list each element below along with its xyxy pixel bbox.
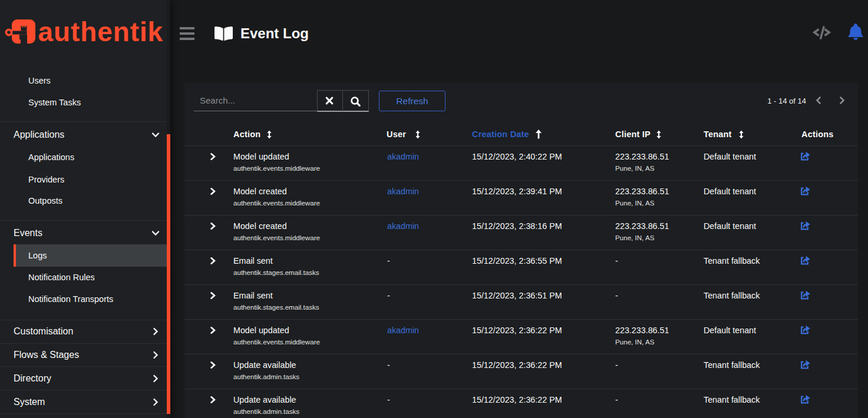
svg-text:authentik: authentik [38,18,164,46]
